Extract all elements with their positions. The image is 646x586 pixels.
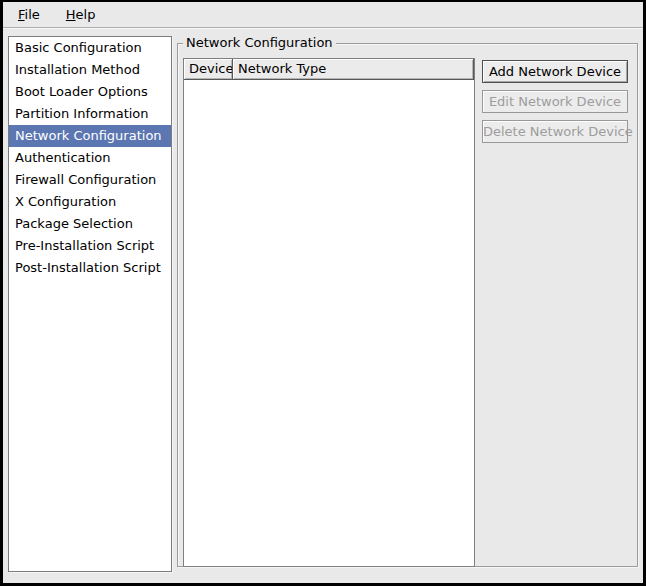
sidebar-item-basic-configuration[interactable]: Basic Configuration	[9, 37, 171, 59]
menu-bar: File Help	[3, 2, 643, 28]
sidebar-item-authentication[interactable]: Authentication	[9, 147, 171, 169]
sidebar-item-network-configuration[interactable]: Network Configuration	[9, 125, 171, 147]
network-device-table[interactable]: Device Network Type	[183, 58, 475, 567]
menu-file[interactable]: File	[14, 5, 44, 24]
network-device-table-body[interactable]	[184, 80, 474, 566]
table-header-row: Device Network Type	[184, 59, 474, 81]
menu-help[interactable]: Help	[62, 5, 100, 24]
sidebar-item-pre-installation-script[interactable]: Pre-Installation Script	[9, 235, 171, 257]
sidebar-item-installation-method[interactable]: Installation Method	[9, 59, 171, 81]
sidebar-item-partition-information[interactable]: Partition Information	[9, 103, 171, 125]
frame-title: Network Configuration	[183, 35, 336, 51]
category-list[interactable]: Basic Configuration Installation Method …	[8, 36, 172, 572]
delete-network-device-button[interactable]: Delete Network Device	[482, 120, 628, 143]
sidebar-item-post-installation-script[interactable]: Post-Installation Script	[9, 257, 171, 279]
edit-network-device-button[interactable]: Edit Network Device	[482, 90, 628, 113]
add-network-device-button[interactable]: Add Network Device	[482, 60, 628, 83]
sidebar-item-x-configuration[interactable]: X Configuration	[9, 191, 171, 213]
column-header-device[interactable]: Device	[183, 58, 233, 80]
column-header-network-type[interactable]: Network Type	[232, 58, 474, 80]
sidebar-item-firewall-configuration[interactable]: Firewall Configuration	[9, 169, 171, 191]
sidebar-item-package-selection[interactable]: Package Selection	[9, 213, 171, 235]
sidebar-item-boot-loader-options[interactable]: Boot Loader Options	[9, 81, 171, 103]
kickstart-configurator-window: File Help Basic Configuration Installati…	[0, 0, 646, 586]
